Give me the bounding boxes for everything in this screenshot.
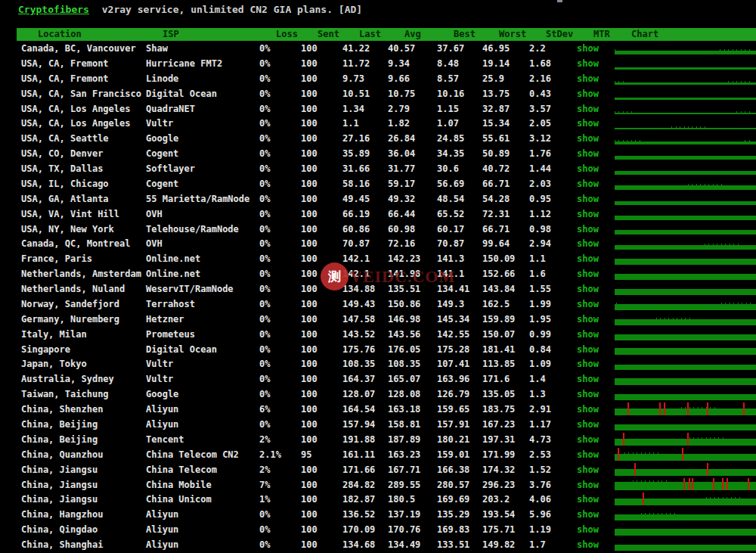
mtr-show-link[interactable]: show bbox=[577, 297, 599, 312]
latency-sparkline bbox=[615, 252, 756, 267]
cell-last: 175.76 bbox=[342, 343, 375, 358]
mtr-show-link[interactable]: show bbox=[577, 72, 599, 87]
jitter-tick bbox=[681, 318, 682, 319]
jitter-tick bbox=[738, 244, 739, 245]
jitter-tick bbox=[670, 513, 671, 514]
cell-stdev: 1.55 bbox=[529, 282, 551, 297]
cell-sent: 100 bbox=[301, 252, 318, 267]
cell-location: Australia, Sydney bbox=[21, 372, 114, 387]
cell-last: 11.72 bbox=[342, 57, 370, 72]
mtr-show-link[interactable]: show bbox=[577, 433, 599, 448]
cell-stdev: 2.53 bbox=[529, 448, 551, 463]
jitter-tick bbox=[640, 140, 640, 141]
mtr-show-link[interactable]: show bbox=[577, 132, 599, 147]
mtr-show-link[interactable]: show bbox=[577, 463, 599, 478]
jitter-tick bbox=[615, 81, 615, 82]
mtr-show-link[interactable]: show bbox=[577, 222, 599, 238]
jitter-tick bbox=[637, 452, 637, 454]
cell-loss: 0% bbox=[259, 538, 270, 553]
jitter-tick bbox=[749, 49, 750, 51]
mtr-show-link[interactable]: show bbox=[577, 523, 599, 538]
mtr-show-link[interactable]: show bbox=[577, 147, 599, 162]
mtr-show-link[interactable]: show bbox=[577, 252, 599, 267]
latency-bar bbox=[615, 545, 756, 551]
cell-best: 159.65 bbox=[437, 402, 469, 418]
cell-worst: 50.89 bbox=[482, 147, 510, 162]
latency-bar bbox=[615, 424, 756, 430]
cell-last: 284.82 bbox=[342, 478, 375, 493]
cell-isp: QuadraNET bbox=[146, 102, 195, 117]
jitter-tick bbox=[745, 140, 745, 141]
cell-last: 10.51 bbox=[342, 87, 370, 102]
cryptofibers-ad-link[interactable]: Cryptofibers bbox=[18, 4, 89, 15]
mtr-show-link[interactable]: show bbox=[577, 237, 599, 252]
jitter-tick bbox=[698, 437, 699, 439]
mtr-show-link[interactable]: show bbox=[577, 387, 599, 402]
mtr-show-link[interactable]: show bbox=[577, 207, 599, 222]
mtr-show-link[interactable]: show bbox=[577, 448, 599, 463]
cell-last: 161.11 bbox=[342, 448, 375, 463]
jitter-tick bbox=[618, 81, 619, 82]
latency-bar bbox=[615, 348, 756, 355]
cell-avg: 180.5 bbox=[388, 492, 415, 508]
mtr-show-link[interactable]: show bbox=[577, 357, 599, 372]
table-row: France, ParisOnline.net0%100142.1142.231… bbox=[0, 252, 756, 267]
cell-isp: Online.net bbox=[146, 252, 200, 267]
jitter-tick bbox=[685, 318, 686, 319]
latency-bar bbox=[615, 185, 756, 190]
cell-sent: 100 bbox=[301, 207, 318, 222]
mtr-show-link[interactable]: show bbox=[577, 328, 599, 343]
jitter-tick bbox=[714, 497, 715, 499]
mtr-show-link[interactable]: show bbox=[577, 42, 599, 57]
jitter-tick bbox=[705, 244, 705, 245]
mtr-show-link[interactable]: show bbox=[577, 538, 599, 553]
cell-isp: China Telecom CN2 bbox=[146, 448, 239, 463]
cell-stdev: 2.16 bbox=[529, 72, 551, 87]
mtr-show-link[interactable]: show bbox=[577, 102, 599, 117]
cell-location: Taiwan, Taichung bbox=[21, 387, 109, 402]
latency-sparkline bbox=[615, 538, 756, 553]
mtr-show-link[interactable]: show bbox=[577, 57, 599, 72]
mtr-show-link[interactable]: show bbox=[577, 282, 599, 297]
jitter-tick bbox=[668, 318, 669, 319]
cell-isp: Online.net bbox=[146, 267, 200, 282]
mtr-show-link[interactable]: show bbox=[577, 478, 599, 493]
mtr-show-link[interactable]: show bbox=[577, 372, 599, 387]
mtr-show-link[interactable]: show bbox=[577, 162, 599, 177]
table-row: Japan, TokyoVultr0%100108.35108.35107.41… bbox=[0, 357, 756, 372]
mtr-show-link[interactable]: show bbox=[577, 492, 599, 508]
mtr-show-link[interactable]: show bbox=[577, 508, 599, 523]
mtr-show-link[interactable]: show bbox=[577, 418, 599, 433]
cell-stdev: 2.94 bbox=[529, 237, 551, 252]
mtr-show-link[interactable]: show bbox=[577, 177, 599, 192]
cell-loss: 0% bbox=[259, 117, 270, 132]
cell-stdev: 4.73 bbox=[529, 433, 551, 448]
screen-artifact bbox=[557, 0, 562, 2]
table-row: USA, IL, ChicagoCogent0%10058.1659.1756.… bbox=[0, 177, 756, 192]
cell-location: Norway, Sandefjord bbox=[21, 297, 119, 312]
loss-spike bbox=[692, 478, 693, 491]
jitter-tick bbox=[645, 452, 646, 454]
cell-best: 169.83 bbox=[437, 523, 469, 538]
cell-worst: 174.32 bbox=[482, 463, 515, 478]
mtr-show-link[interactable]: show bbox=[577, 343, 599, 358]
mtr-show-link[interactable]: show bbox=[577, 402, 599, 418]
cell-last: 171.66 bbox=[342, 463, 375, 478]
latency-sparkline bbox=[615, 328, 756, 343]
mtr-show-link[interactable]: show bbox=[577, 267, 599, 282]
mtr-show-link[interactable]: show bbox=[577, 192, 599, 207]
mtr-show-link[interactable]: show bbox=[577, 312, 599, 328]
mtr-show-link[interactable]: show bbox=[577, 87, 599, 102]
latency-sparkline bbox=[615, 162, 756, 177]
cell-stdev: 1.7 bbox=[529, 538, 546, 553]
cell-last: 164.54 bbox=[342, 402, 375, 418]
cell-sent: 100 bbox=[301, 297, 318, 312]
cell-stdev: 1.76 bbox=[529, 147, 551, 162]
cell-sent: 100 bbox=[301, 72, 318, 87]
cell-worst: 296.23 bbox=[482, 478, 515, 493]
cell-stdev: 0.99 bbox=[529, 328, 551, 343]
mtr-show-link[interactable]: show bbox=[577, 117, 599, 132]
loss-spike bbox=[689, 478, 690, 491]
jitter-tick bbox=[749, 140, 750, 141]
cell-avg: 135.51 bbox=[388, 282, 420, 297]
